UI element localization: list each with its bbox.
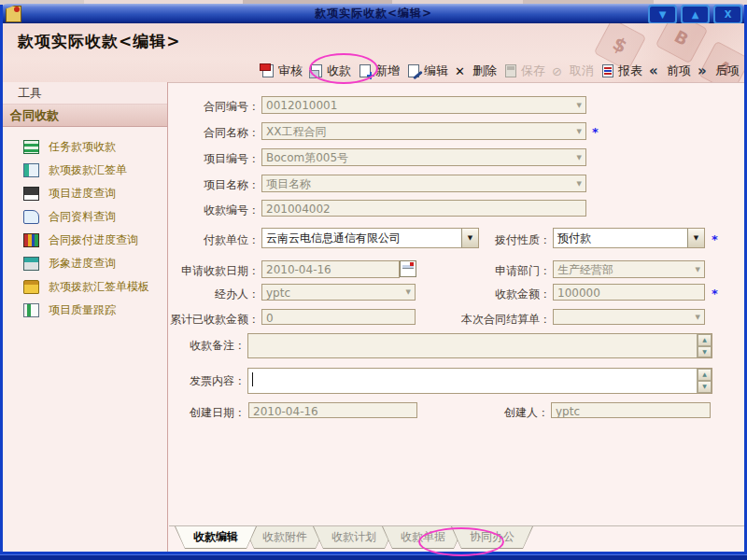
sidebar-item-payment-signoff-sheet[interactable]: 款项拨款汇签单 xyxy=(3,159,167,182)
sidebar-item-label: 款项拨款汇签单 xyxy=(49,162,127,178)
receipt-no-input[interactable]: 201004002 xyxy=(261,200,586,217)
total-received-label: 累计已收款金额： xyxy=(157,311,260,328)
application-window: 款项实际收款<编辑> ▼ ▲ X $ B A 款项实际收款<编辑> 审核收款新增… xyxy=(0,0,747,560)
calculator-icon xyxy=(23,257,39,271)
tab-receipt-plan[interactable]: 收款计划 xyxy=(313,526,395,549)
sidebar-item-label: 款项拨款汇签单模板 xyxy=(49,279,149,295)
minimize-icon: ▼ xyxy=(659,9,667,20)
amount-input[interactable]: 100000 xyxy=(553,284,705,301)
pay-nature-value: 预付款 xyxy=(557,231,591,245)
title-bar[interactable]: 款项实际收款<编辑> ▼ ▲ X xyxy=(0,4,747,23)
cancel-button: 取消 xyxy=(552,63,594,79)
chevron-down-icon: ▼ xyxy=(406,285,411,300)
scroll-up-icon[interactable]: ▲ xyxy=(698,334,712,346)
payer-label: 付款单位： xyxy=(177,231,260,248)
create-date-label: 创建日期： xyxy=(163,404,246,421)
sidebar-item-visual-progress-query[interactable]: 形象进度查询 xyxy=(3,252,167,275)
create-date-input[interactable]: 2010-04-16 xyxy=(248,402,417,418)
close-button[interactable]: X xyxy=(713,5,742,24)
contract-doc-icon xyxy=(23,210,39,224)
creator-input[interactable]: yptc xyxy=(551,402,711,418)
chevron-down-icon[interactable]: ▼ xyxy=(687,229,704,247)
progress-icon xyxy=(23,187,39,201)
contract-no-value: 0012010001 xyxy=(266,99,337,112)
contract-name-select[interactable]: XX工程合同 ▼ xyxy=(261,122,586,140)
cancel-icon xyxy=(552,64,567,77)
text-caret xyxy=(252,372,253,386)
total-received-input[interactable]: 0 xyxy=(261,309,416,325)
sidebar-tools-header: 工具 xyxy=(3,82,167,105)
prev-icon xyxy=(649,64,664,77)
apply-dept-label: 申请部门： xyxy=(462,262,551,279)
checklist-icon xyxy=(23,303,39,317)
tab-receipt-edit[interactable]: 收款编辑 xyxy=(175,526,257,549)
project-no-value: Bocom第005号 xyxy=(266,151,348,164)
audit-button[interactable]: 审核 xyxy=(261,63,303,79)
settlement-label: 本次合同结算单： xyxy=(446,311,551,328)
project-name-select[interactable]: 项目名称 ▼ xyxy=(261,175,586,192)
app-icon xyxy=(6,6,21,22)
calendar-icon[interactable] xyxy=(400,260,416,277)
tab-receipt-attachments[interactable]: 收款附件 xyxy=(244,526,326,549)
audit-icon xyxy=(261,64,275,77)
scroll-down-icon[interactable]: ▼ xyxy=(698,346,712,358)
scrollbar[interactable]: ▲ ▼ xyxy=(697,369,712,393)
payer-value: 云南云电信息通信有限公司 xyxy=(266,231,401,245)
tab-label: 收款编辑 xyxy=(176,526,256,548)
amount-label: 收款金额： xyxy=(462,286,551,302)
sidebar-item-contract-info-query[interactable]: 合同资料查询 xyxy=(3,205,167,229)
invoice-label: 发票内容： xyxy=(163,372,246,389)
sidebar-item-label: 项目进度查询 xyxy=(49,186,116,202)
minimize-button[interactable]: ▼ xyxy=(648,5,677,24)
contract-no-select[interactable]: 0012010001 ▼ xyxy=(261,96,586,114)
handler-value: yptc xyxy=(266,287,290,300)
save-button: 保存 xyxy=(503,63,545,79)
creator-label: 创建人： xyxy=(499,404,549,421)
payer-select[interactable]: 云南云电信息通信有限公司 ▼ xyxy=(261,228,479,248)
sidebar-item-label: 项目质量跟踪 xyxy=(49,302,116,318)
project-no-label: 项目编号： xyxy=(177,150,260,167)
scrollbar[interactable]: ▲ ▼ xyxy=(697,334,712,357)
project-no-select[interactable]: Bocom第005号 ▼ xyxy=(261,148,586,166)
sidebar-item-signoff-sheet-template[interactable]: 款项拨款汇签单模板 xyxy=(3,275,167,299)
remark-textarea[interactable]: ▲ ▼ xyxy=(247,333,712,358)
tab-label: 收款计划 xyxy=(314,526,394,548)
scroll-up-icon[interactable]: ▲ xyxy=(698,369,712,381)
delete-button[interactable]: 删除 xyxy=(455,63,497,79)
settlement-select[interactable]: ▼ xyxy=(553,309,705,325)
window-title: 款项实际收款<编辑> xyxy=(0,6,747,21)
sidebar-item-label: 合同拨付进度查询 xyxy=(49,232,138,248)
cancel-button-label: 取消 xyxy=(570,63,594,79)
scroll-down-icon[interactable]: ▼ xyxy=(698,381,712,393)
creator-value: yptc xyxy=(556,405,580,418)
apply-date-input[interactable]: 2010-04-16 xyxy=(261,260,400,278)
pay-nature-select[interactable]: 预付款 ▼ xyxy=(553,228,705,248)
annotation-ellipse-collaboration-tab xyxy=(418,527,504,556)
apply-dept-value: 生产经营部 xyxy=(557,263,613,276)
edit-button[interactable]: 编辑 xyxy=(406,63,448,79)
remark-label: 收款备注： xyxy=(163,337,246,354)
sidebar-item-contract-payment-progress-query[interactable]: 合同拨付进度查询 xyxy=(3,229,167,252)
handler-select[interactable]: yptc ▼ xyxy=(261,284,416,301)
invoice-textarea[interactable]: ▲ ▼ xyxy=(247,368,712,394)
sidebar-section-header[interactable]: 合同收款 xyxy=(3,105,167,127)
contract-no-label: 合同编号： xyxy=(177,98,260,115)
apply-date-label: 申请收款日期： xyxy=(166,262,260,279)
window-border-left xyxy=(0,5,3,560)
chevron-down-icon: ▼ xyxy=(696,310,700,325)
maximize-button[interactable]: ▲ xyxy=(681,5,710,24)
sidebar-item-task-payment-receipt[interactable]: 任务款项收款 xyxy=(3,135,167,159)
report-button[interactable]: 报表 xyxy=(600,63,642,79)
sidebar-item-project-progress-query[interactable]: 项目进度查询 xyxy=(3,182,167,205)
apply-dept-select[interactable]: 生产经营部 ▼ xyxy=(553,260,705,278)
delete-icon xyxy=(455,64,470,77)
next-button[interactable]: 后项 xyxy=(698,63,740,79)
required-asterisk: * xyxy=(712,232,718,246)
tab-label: 收款附件 xyxy=(245,526,325,548)
sidebar: 工具 合同收款 任务款项收款款项拨款汇签单项目进度查询合同资料查询合同拨付进度查… xyxy=(3,82,168,552)
edit-button-label: 编辑 xyxy=(424,63,448,79)
sidebar-item-project-quality-tracking[interactable]: 项目质量跟踪 xyxy=(3,299,167,322)
contract-name-value: XX工程合同 xyxy=(266,125,326,138)
prev-button[interactable]: 前项 xyxy=(649,63,691,79)
chevron-down-icon: ▼ xyxy=(577,98,582,113)
